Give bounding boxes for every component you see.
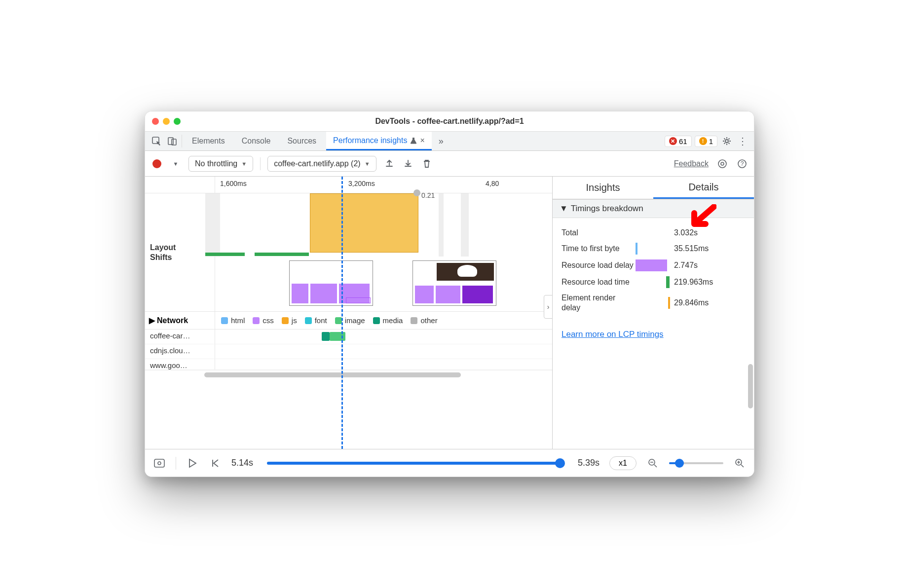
zoom-slider[interactable] — [669, 462, 723, 464]
seek-start-button[interactable] — [209, 457, 222, 470]
cls-point[interactable] — [413, 189, 420, 196]
divider — [260, 157, 261, 170]
help-icon[interactable]: ? — [736, 158, 748, 170]
playback-time-total: 5.39s — [578, 458, 599, 468]
playback-slider[interactable] — [267, 462, 564, 465]
legend-swatch-media — [373, 317, 380, 324]
more-tabs-icon[interactable]: » — [435, 135, 448, 147]
legend-swatch-css — [253, 317, 260, 324]
legend-label: media — [383, 316, 403, 325]
learn-more-link[interactable]: Learn more on LCP timings — [553, 326, 754, 343]
close-window-button[interactable] — [152, 118, 159, 125]
cls-dim-region — [439, 193, 444, 257]
cls-value: 0.21 — [421, 191, 435, 199]
network-row-host: coffee-car… — [145, 330, 215, 344]
timing-label: Resource load time — [562, 277, 636, 287]
layout-shifts-track: Layout Shifts 0.21 — [145, 193, 552, 312]
settings-icon[interactable] — [720, 135, 733, 147]
preview-toggle-icon[interactable] — [153, 457, 166, 470]
filmstrip-thumb[interactable] — [412, 260, 496, 306]
chevron-down-icon: ▼ — [365, 161, 370, 167]
page-select[interactable]: coffee-cart.netlify.app (2) ▼ — [267, 156, 376, 172]
network-row-host: cdnjs.clou… — [145, 344, 215, 359]
minimize-window-button[interactable] — [163, 118, 170, 125]
timing-row-ttfb: Time to first byte 35.515ms — [562, 243, 745, 255]
tab-details[interactable]: Details — [653, 177, 754, 199]
vertical-scrollbar[interactable] — [748, 206, 753, 444]
timing-value: 35.515ms — [674, 244, 709, 253]
record-button[interactable] — [151, 158, 163, 170]
ruler-tick: 1,600ms — [220, 180, 247, 187]
warnings-count: 1 — [709, 137, 713, 146]
network-row[interactable]: www.goo… — [145, 359, 552, 370]
svg-point-9 — [158, 462, 161, 465]
network-legend: html css js font image media other — [215, 312, 552, 329]
svg-point-4 — [721, 162, 724, 165]
timings-breakdown-header[interactable]: ▼ Timings breakdown — [553, 199, 754, 218]
svg-rect-8 — [154, 459, 164, 467]
timing-label: Total — [562, 228, 636, 238]
throttling-select[interactable]: No throttling ▼ — [188, 156, 253, 172]
tab-console[interactable]: Console — [235, 132, 278, 150]
timing-label: Resource load delay — [562, 260, 636, 270]
filmstrip-thumb[interactable] — [289, 260, 373, 306]
tab-sources[interactable]: Sources — [280, 132, 323, 150]
error-icon: ✕ — [669, 137, 677, 145]
time-ruler[interactable]: 1,600ms 3,200ms 4,80 — [145, 177, 552, 193]
triangle-down-icon: ▼ — [560, 204, 568, 214]
inspect-icon[interactable] — [150, 135, 163, 147]
tab-performance-insights[interactable]: Performance insights × — [326, 132, 432, 150]
playback-speed-button[interactable]: x1 — [609, 456, 637, 470]
import-icon[interactable] — [402, 158, 414, 170]
playback-bar: 5.14s 5.39s x1 — [145, 449, 754, 477]
network-bar[interactable] — [322, 332, 330, 341]
tab-elements[interactable]: Elements — [185, 132, 232, 150]
delete-icon[interactable] — [421, 158, 433, 170]
timing-bar-segment — [636, 243, 637, 255]
legend-label: font — [315, 316, 327, 325]
timing-bar-segment — [668, 297, 670, 309]
insights-toolbar: ▼ No throttling ▼ coffee-cart.netlify.ap… — [145, 151, 754, 177]
close-tab-icon[interactable]: × — [420, 136, 424, 145]
scrollbar-thumb[interactable] — [748, 364, 753, 408]
scrollbar-thumb[interactable] — [204, 372, 461, 377]
network-toggle[interactable]: ▶ Network — [145, 312, 215, 329]
cls-block[interactable] — [310, 193, 418, 253]
slider-knob[interactable] — [675, 459, 684, 468]
record-dropdown[interactable]: ▼ — [170, 158, 182, 170]
timing-label: Element render delay — [562, 293, 636, 313]
layout-shifts-body[interactable]: 0.21 — [215, 193, 552, 311]
network-row[interactable]: coffee-car… — [145, 330, 552, 344]
warnings-badge[interactable]: ! 1 — [695, 136, 717, 147]
collapse-sidepanel-button[interactable]: › — [544, 295, 553, 319]
slider-knob[interactable] — [555, 458, 565, 468]
playhead-line[interactable] — [341, 177, 343, 449]
device-toolbar-icon[interactable] — [166, 135, 179, 147]
maximize-window-button[interactable] — [174, 118, 181, 125]
network-row[interactable]: cdnjs.clou… — [145, 344, 552, 359]
details-panel: Insights Details ▼ Timings breakdown Tot… — [553, 177, 754, 449]
network-row-host: www.goo… — [145, 359, 215, 369]
timing-row-resource-load-time: Resource load time 219.963ms — [562, 276, 745, 288]
panel-settings-icon[interactable] — [716, 158, 728, 170]
network-label: Network — [157, 316, 188, 325]
play-button[interactable] — [186, 457, 199, 470]
kebab-menu-icon[interactable]: ⋮ — [736, 135, 749, 147]
warning-icon: ! — [699, 137, 707, 145]
zoom-out-button[interactable] — [646, 457, 659, 470]
legend-label: other — [420, 316, 437, 325]
zoom-in-button[interactable] — [733, 457, 746, 470]
window-title: DevTools - coffee-cart.netlify.app/?ad=1 — [375, 117, 524, 126]
chevron-down-icon: ▼ — [241, 161, 247, 167]
timing-row-element-render-delay: Element render delay 29.846ms — [562, 293, 745, 313]
horizontal-scrollbar[interactable] — [145, 370, 552, 379]
errors-badge[interactable]: ✕ 61 — [665, 136, 692, 147]
timing-bar-segment — [666, 276, 670, 288]
timing-row-total: Total 3.032s — [562, 228, 745, 238]
legend-swatch-other — [411, 317, 417, 324]
timing-bar — [255, 253, 309, 256]
export-icon[interactable] — [383, 158, 395, 170]
feedback-link[interactable]: Feedback — [674, 159, 709, 168]
tab-insights[interactable]: Insights — [553, 177, 653, 199]
network-bar[interactable] — [330, 332, 345, 341]
